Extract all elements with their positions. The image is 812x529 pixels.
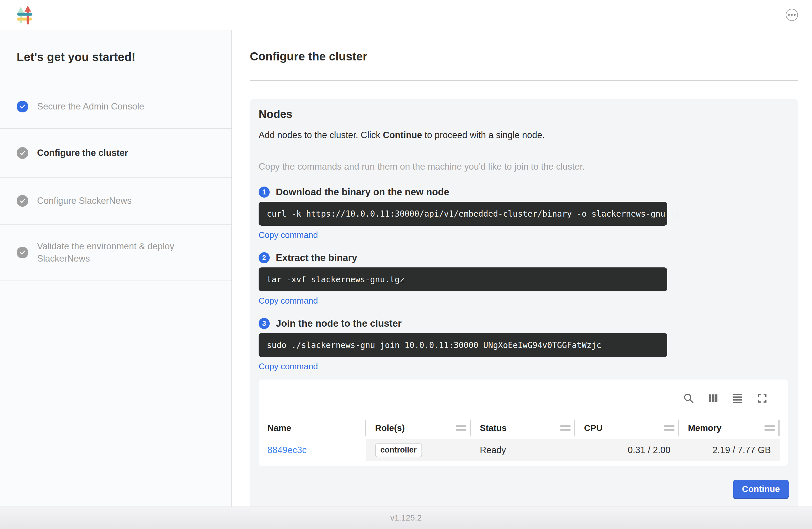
nodes-card-title: Nodes: [259, 108, 789, 120]
check-circle-icon: [17, 247, 28, 258]
command-step-1-header: 1 Download the binary on the new node: [259, 187, 789, 198]
step-2-copy-command-link[interactable]: Copy command: [259, 296, 318, 306]
title-divider: [250, 80, 798, 81]
step-3-title: Join the node to the cluster: [276, 318, 402, 329]
ellipsis-icon: [788, 14, 790, 16]
version-label: v1.125.2: [390, 513, 421, 523]
step-1-command-block: curl -k https://10.0.0.11:30000/api/v1/e…: [259, 202, 667, 226]
step-1-title: Download the binary on the new node: [276, 187, 449, 198]
node-memory-cell: 2.19 / 7.77 GB: [679, 439, 780, 461]
step-1-number-badge: 1: [259, 187, 270, 198]
column-header-name[interactable]: Name: [259, 417, 366, 439]
copy-commands-hint: Copy the commands and run them on the ma…: [259, 160, 789, 173]
continue-button[interactable]: Continue: [733, 480, 789, 498]
page-title: Configure the cluster: [250, 50, 798, 63]
node-name-cell: 8849ec3c: [259, 439, 366, 461]
columns-icon[interactable]: [707, 392, 719, 404]
column-menu-icon[interactable]: [765, 425, 775, 431]
sidebar-item-configure-slackernews[interactable]: Configure SlackerNews: [0, 177, 231, 225]
sidebar-item-label: Configure the cluster: [37, 147, 128, 159]
nodes-intro-text: Add nodes to the cluster. Click Continue…: [259, 129, 789, 142]
search-icon[interactable]: [683, 392, 694, 404]
main-panel: Configure the cluster Nodes Add nodes to…: [232, 30, 812, 506]
sidebar-item-label: Secure the Admin Console: [37, 100, 144, 113]
sidebar-item-label: Validate the environment & deploy Slacke…: [37, 240, 212, 265]
node-cpu-cell: 0.31 / 2.00: [575, 439, 679, 461]
sidebar-item-configure-cluster[interactable]: Configure the cluster: [0, 129, 231, 177]
step-1-command-text: curl -k https://10.0.0.11:30000/api/v1/e…: [267, 209, 685, 219]
sidebar-item-label: Configure SlackerNews: [37, 195, 132, 207]
command-step-2-header: 2 Extract the binary: [259, 252, 789, 263]
role-badge: controller: [375, 443, 422, 457]
density-icon[interactable]: [732, 392, 743, 404]
command-step-3-header: 3 Join the node to the cluster: [259, 318, 789, 329]
table-toolbar: [259, 380, 780, 417]
column-separator[interactable]: [778, 420, 780, 436]
column-menu-icon[interactable]: [456, 425, 466, 431]
continue-emphasis: Continue: [383, 130, 422, 140]
step-3-number-badge: 3: [259, 318, 270, 329]
table-header-row: Name Role(s) Status: [259, 417, 780, 439]
column-header-memory[interactable]: Memory: [679, 417, 780, 439]
content-row: Let's get you started! Secure the Admin …: [0, 30, 812, 506]
column-header-status[interactable]: Status: [471, 417, 575, 439]
nodes-card: Nodes Add nodes to the cluster. Click Co…: [250, 99, 798, 509]
sidebar-title-row: Let's get you started!: [0, 30, 231, 84]
step-2-number-badge: 2: [259, 252, 270, 263]
table-bottom-padding: [259, 461, 780, 466]
card-actions: Continue: [259, 480, 789, 498]
step-3-command-block: sudo ./slackernews-gnu join 10.0.0.11:30…: [259, 333, 667, 357]
nodes-table: Name Role(s) Status: [259, 380, 788, 466]
step-2-command-block: tar -xvf slackernews-gnu.tgz: [259, 268, 667, 291]
sidebar-title: Let's get you started!: [17, 51, 135, 63]
node-roles-cell: controller: [366, 439, 471, 461]
footer: v1.125.2: [0, 506, 812, 529]
column-header-roles[interactable]: Role(s): [366, 417, 471, 439]
node-status-cell: Ready: [471, 439, 575, 461]
setup-sidebar: Let's get you started! Secure the Admin …: [0, 30, 232, 506]
column-header-cpu[interactable]: CPU: [575, 417, 679, 439]
step-2-title: Extract the binary: [276, 252, 357, 263]
column-menu-icon[interactable]: [664, 425, 675, 431]
table-row: 8849ec3c controller Ready 0.31 / 2.00 2.…: [259, 439, 780, 461]
more-menu-button[interactable]: [786, 9, 798, 21]
column-menu-icon[interactable]: [560, 425, 571, 431]
top-navbar: [0, 0, 812, 30]
check-circle-icon: [17, 147, 28, 159]
step-1-copy-command-link[interactable]: Copy command: [259, 230, 318, 240]
check-circle-icon: [17, 101, 28, 112]
slackernews-logo-icon: [17, 5, 33, 25]
fullscreen-icon[interactable]: [756, 392, 768, 404]
step-3-copy-command-link[interactable]: Copy command: [259, 362, 318, 371]
step-3-command-text: sudo ./slackernews-gnu join 10.0.0.11:30…: [267, 340, 601, 350]
sidebar-item-validate-deploy[interactable]: Validate the environment & deploy Slacke…: [0, 225, 231, 281]
sidebar-item-secure-admin-console[interactable]: Secure the Admin Console: [0, 84, 231, 129]
page: Let's get you started! Secure the Admin …: [0, 0, 812, 529]
step-2-command-text: tar -xvf slackernews-gnu.tgz: [267, 275, 405, 284]
check-circle-icon: [17, 195, 28, 207]
node-name-link[interactable]: 8849ec3c: [267, 445, 306, 455]
